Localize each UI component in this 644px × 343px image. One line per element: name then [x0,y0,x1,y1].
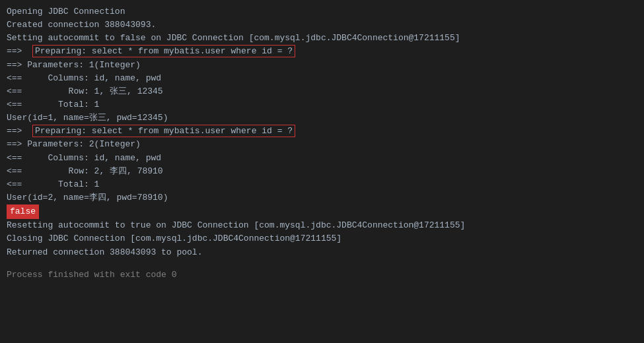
line-params-1: ==> Parameters: 1(Integer) [7,59,637,72]
line-false-badge: false [7,204,637,219]
highlight-preparing-2: Preparing: select * from mybatis.user wh… [32,125,295,137]
line-total-1: <== Total: 1 [7,98,637,111]
console-output: Opening JDBC Connection Created connecti… [7,5,637,282]
line-user-2: User(id=2, name=李四, pwd=78910) [7,191,637,204]
line-row-1: <== Row: 1, 张三, 12345 [7,85,637,98]
line-columns-1: <== Columns: id, name, pwd [7,72,637,85]
line-closing: Closing JDBC Connection [com.mysql.jdbc.… [7,232,637,245]
line-preparing-2: ==> Preparing: select * from mybatis.use… [7,125,637,138]
line-created: Created connection 388043093. [7,18,637,32]
line-row-2: <== Row: 2, 李四, 78910 [7,165,637,178]
highlight-preparing-1: Preparing: select * from mybatis.user wh… [32,45,295,57]
line-autocommit-true: Resetting autocommit to true on JDBC Con… [7,219,637,232]
line-opening: Opening JDBC Connection [7,5,637,18]
false-badge: false [7,204,39,219]
empty-line [7,259,637,268]
line-columns-2: <== Columns: id, name, pwd [7,152,637,165]
line-returned: Returned connection 388043093 to pool. [7,246,637,259]
line-process-finished: Process finished with exit code 0 [7,268,637,282]
line-autocommit-false: Setting autocommit to false on JDBC Conn… [7,32,637,45]
line-user-1: User(id=1, name=张三, pwd=12345) [7,111,637,125]
line-total-2: <== Total: 1 [7,178,637,191]
line-preparing-1: ==> Preparing: select * from mybatis.use… [7,45,637,58]
line-params-2: ==> Parameters: 2(Integer) [7,138,637,151]
